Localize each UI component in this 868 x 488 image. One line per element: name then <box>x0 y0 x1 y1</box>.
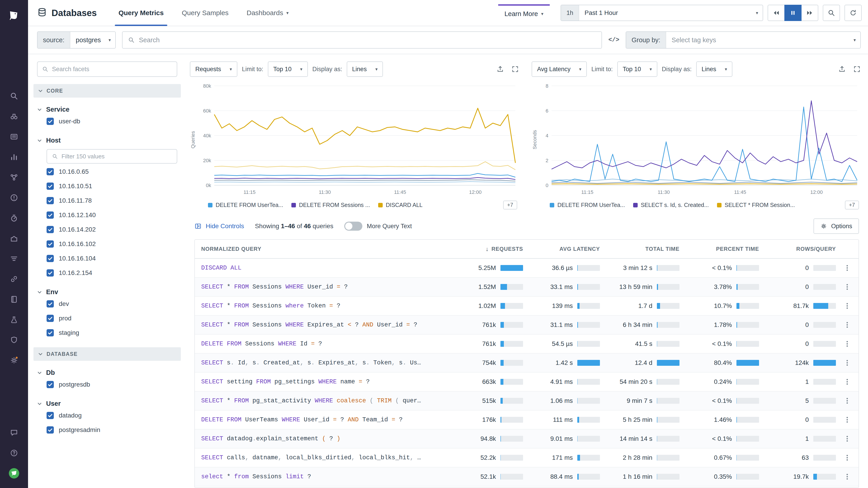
tab-query-metrics[interactable]: Query Metrics <box>110 0 173 26</box>
checkbox-checked[interactable] <box>46 269 54 276</box>
row-menu-icon[interactable] <box>836 454 859 461</box>
row-menu-icon[interactable] <box>836 322 859 328</box>
checkbox-checked[interactable] <box>46 426 54 433</box>
refresh-button[interactable] <box>844 5 862 21</box>
fast-forward-button[interactable] <box>801 5 818 21</box>
integrations-icon[interactable] <box>0 228 28 249</box>
table-row[interactable]: SELECT * FROM pg_stat_activity WHERE coa… <box>195 392 859 411</box>
group-by-select[interactable]: Group by: Select tag keys ▾ <box>626 31 861 48</box>
expand-icon[interactable] <box>853 65 861 73</box>
query-cell[interactable]: select * from Sessions limit ? <box>195 473 464 480</box>
facet-search[interactable] <box>37 61 177 77</box>
facet-section-database[interactable]: DATABASE <box>33 347 181 361</box>
facet-value-datadog[interactable]: datadog <box>37 408 177 423</box>
table-row[interactable]: DELETE FROM UserTeams WHERE User_id = ? … <box>195 411 859 429</box>
column-header-total-time[interactable]: TOTAL TIME <box>600 246 680 252</box>
more-query-text-toggle[interactable] <box>344 222 362 231</box>
facet-search-input[interactable] <box>52 66 172 73</box>
export-icon[interactable] <box>496 65 504 73</box>
checkbox-checked[interactable] <box>46 226 54 233</box>
query-cell[interactable]: SELECT s. Id, s. Created_at, s. Expires_… <box>195 359 464 366</box>
checkbox-checked[interactable] <box>46 255 54 262</box>
checkbox-checked[interactable] <box>46 197 54 204</box>
row-menu-icon[interactable] <box>836 265 859 271</box>
legend-overflow-chip[interactable]: +7 <box>845 201 859 209</box>
column-header-rows-query[interactable]: ROWS/QUERY <box>759 246 836 252</box>
limit-select[interactable]: Top 10▾ <box>268 61 308 77</box>
metrics-icon[interactable] <box>0 147 28 167</box>
legend-item[interactable]: DELETE FROM Sessions ... <box>291 202 370 208</box>
infrastructure-icon[interactable] <box>0 106 28 127</box>
checkbox-checked[interactable] <box>46 118 54 125</box>
legend-item[interactable]: DISCARD ALL <box>378 202 423 208</box>
facet-group-header-service[interactable]: Service <box>37 105 177 114</box>
zoom-search-button[interactable] <box>823 5 840 21</box>
hide-controls-button[interactable]: Hide Controls <box>194 223 244 230</box>
facet-value-postgresdb[interactable]: postgresdb <box>37 377 177 392</box>
row-menu-icon[interactable] <box>836 359 859 366</box>
source-select[interactable]: source: postgres ▾ <box>37 31 116 48</box>
checkbox-checked[interactable] <box>46 412 54 419</box>
table-row[interactable]: SELECT datadog.explain_statement ( ? )94… <box>195 429 859 449</box>
facet-value-10-16-16-104[interactable]: 10.16.16.104 <box>37 251 177 266</box>
checkbox-checked[interactable] <box>46 300 54 307</box>
latency-chart[interactable]: 0246811:1511:3011:4512:00 <box>538 82 861 197</box>
security-icon[interactable] <box>0 330 28 350</box>
tab-query-samples[interactable]: Query Samples <box>173 0 238 26</box>
facet-filter[interactable] <box>46 149 177 164</box>
row-menu-icon[interactable] <box>836 379 859 385</box>
query-cell[interactable]: SELECT * FROM Sessions WHERE Expires_at … <box>195 322 464 328</box>
row-menu-icon[interactable] <box>836 416 859 423</box>
table-row[interactable]: SELECT * FROM Sessions WHERE Expires_at … <box>195 316 859 335</box>
table-row[interactable]: SELECT * FROM Sessions where Token = ?1.… <box>195 297 859 316</box>
monitors-icon[interactable] <box>0 188 28 208</box>
facet-value-10-16-0-65[interactable]: 10.16.0.65 <box>37 164 177 179</box>
query-cell[interactable]: SELECT * FROM pg_stat_activity WHERE coa… <box>195 397 464 404</box>
expand-icon[interactable] <box>511 65 519 73</box>
query-search[interactable] <box>122 31 602 48</box>
legend-item[interactable]: SELECT * FROM Session... <box>717 202 795 208</box>
rewind-button[interactable] <box>768 5 785 21</box>
network-icon[interactable] <box>0 167 28 188</box>
checkbox-checked[interactable] <box>46 381 54 388</box>
table-row[interactable]: select * from Sessions limit ?52.1k88.4 … <box>195 467 859 486</box>
table-row[interactable]: SELECT * FROM Sessions WHERE User_id = ?… <box>195 278 859 297</box>
facet-value-prod[interactable]: prod <box>37 311 177 326</box>
column-header-requests[interactable]: ↓REQUESTS <box>464 246 523 253</box>
code-snippet-icon[interactable]: </> <box>608 37 619 43</box>
search-icon[interactable] <box>0 86 28 106</box>
query-cell[interactable]: DISCARD ALL <box>195 265 464 271</box>
datadog-logo-icon[interactable] <box>0 4 28 28</box>
row-menu-icon[interactable] <box>836 435 859 442</box>
app-brand[interactable]: Databases <box>37 7 97 19</box>
table-row[interactable]: DELETE FROM Sessions WHERE Id = ?761k54.… <box>195 335 859 354</box>
query-cell[interactable]: SELECT * FROM Sessions WHERE User_id = ? <box>195 284 464 290</box>
column-header-percent-time[interactable]: PERCENT TIME <box>680 246 759 252</box>
legend-overflow-chip[interactable]: +7 <box>503 201 517 209</box>
row-menu-icon[interactable] <box>836 302 859 309</box>
facet-value-dev[interactable]: dev <box>37 297 177 311</box>
query-cell[interactable]: SELECT datadog.explain_statement ( ? ) <box>195 435 464 442</box>
query-search-input[interactable] <box>139 36 596 44</box>
notebooks-icon[interactable] <box>0 289 28 310</box>
options-button[interactable]: Options <box>813 219 859 234</box>
processes-icon[interactable] <box>0 249 28 269</box>
query-cell[interactable]: SELECT calls, datname, local_blks_dirtie… <box>195 454 464 461</box>
learn-more-button[interactable]: Learn More ▾ <box>498 4 550 22</box>
checkbox-checked[interactable] <box>46 315 54 322</box>
metric-select[interactable]: Requests▾ <box>190 61 237 77</box>
query-cell[interactable]: DELETE FROM Sessions WHERE Id = ? <box>195 340 464 347</box>
user-avatar-icon[interactable] <box>0 463 28 484</box>
facet-value-10-16-2-154[interactable]: 10.16.2.154 <box>37 266 177 280</box>
checkbox-checked[interactable] <box>46 212 54 219</box>
synthetics-icon[interactable] <box>0 310 28 330</box>
ci-icon[interactable] <box>0 269 28 289</box>
query-cell[interactable]: SELECT setting FROM pg_settings WHERE na… <box>195 379 464 385</box>
row-menu-icon[interactable] <box>836 397 859 404</box>
legend-item[interactable]: DELETE FROM UserTea... <box>550 202 625 208</box>
facet-group-header-env[interactable]: Env <box>37 287 177 297</box>
facet-value-10-16-16-102[interactable]: 10.16.16.102 <box>37 237 177 251</box>
legend-item[interactable]: DELETE FROM UserTea... <box>208 202 283 208</box>
row-menu-icon[interactable] <box>836 340 859 347</box>
checkbox-checked[interactable] <box>46 183 54 190</box>
